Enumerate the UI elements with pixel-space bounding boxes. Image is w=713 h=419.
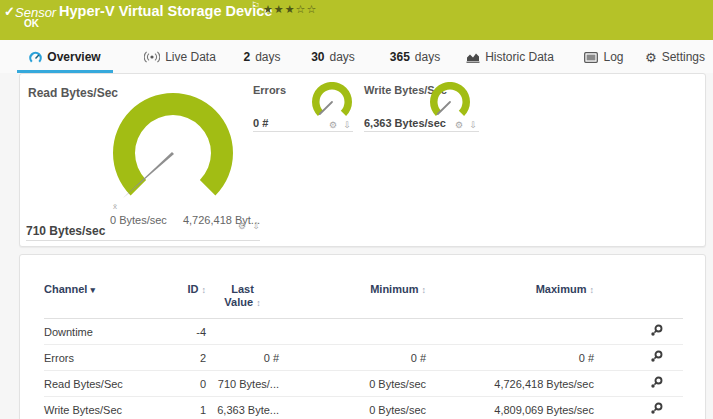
column-header-minimum[interactable]: Minimum ↕ bbox=[279, 279, 426, 319]
channel-name-cell: Errors bbox=[44, 345, 174, 371]
gauge-needle bbox=[320, 102, 332, 114]
column-label: ID bbox=[187, 283, 198, 295]
prtg-sensor-page: { "colors": { "header_green": "#b5c228",… bbox=[0, 0, 713, 419]
table-row-read-bytes: Read Bytes/Sec 0 710 Bytes/... 0 Bytes/s… bbox=[44, 371, 683, 397]
minimum-cell bbox=[279, 319, 426, 345]
channel-settings-wrench-icon[interactable] bbox=[650, 350, 663, 363]
channels-table: Channel ▾ ID ↕ Last Value ↕ Minimum ↕ bbox=[44, 279, 683, 419]
maximum-cell: 0 # bbox=[426, 345, 594, 371]
tab-30-days[interactable]: 30 days bbox=[298, 44, 368, 73]
column-label: Maximum bbox=[536, 283, 587, 295]
minimum-cell: 0 Bytes/sec bbox=[279, 397, 426, 419]
tab-label: days bbox=[255, 50, 280, 64]
maximum-cell: 4,809,069 Bytes/sec bbox=[426, 397, 594, 419]
gauge-icon bbox=[29, 51, 42, 64]
tab-label: Historic Data bbox=[485, 50, 554, 64]
mini-gauge-value-write: 6,363 Bytes/sec bbox=[364, 117, 446, 129]
gear-icon: ⚙ bbox=[645, 51, 657, 64]
gauge-needle bbox=[438, 102, 450, 114]
column-label: Value bbox=[224, 296, 253, 308]
last-value-cell bbox=[206, 319, 279, 345]
column-label: Minimum bbox=[370, 283, 418, 295]
channel-name-cell: Downtime bbox=[44, 319, 174, 345]
gauge-settings-pin-icons[interactable]: ⚙ ⇩ bbox=[230, 221, 262, 231]
sort-icon: ↕ bbox=[590, 285, 595, 295]
main-gauge-current-value: 710 Bytes/sec bbox=[26, 224, 105, 238]
channel-settings-wrench-icon[interactable] bbox=[650, 324, 663, 337]
divider bbox=[364, 131, 479, 132]
column-header-id[interactable]: ID ↕ bbox=[174, 279, 206, 319]
channel-settings-wrench-icon[interactable] bbox=[650, 376, 663, 389]
gauge-settings-pin-icons[interactable]: ⚙ ⇩ bbox=[447, 120, 479, 130]
status-check-icon: ✓ bbox=[4, 4, 15, 19]
column-header-channel[interactable]: Channel ▾ bbox=[44, 279, 174, 319]
minimum-cell: 0 Bytes/sec bbox=[279, 371, 426, 397]
tab-log[interactable]: Log bbox=[578, 44, 630, 73]
column-label: Last bbox=[231, 283, 254, 295]
tab-settings[interactable]: ⚙ Settings bbox=[640, 44, 710, 73]
channel-id-cell: 0 bbox=[174, 371, 206, 397]
tab-label: Overview bbox=[47, 50, 100, 64]
tab-historic-data[interactable]: Historic Data bbox=[458, 44, 562, 73]
table-row-downtime: Downtime -4 bbox=[44, 319, 683, 345]
tab-label: days bbox=[415, 50, 440, 64]
sort-icon: ↕ bbox=[202, 285, 207, 295]
tab-number: 30 bbox=[311, 50, 324, 64]
column-header-maximum[interactable]: Maximum ↕ bbox=[426, 279, 594, 319]
errors-gauge bbox=[309, 82, 357, 124]
last-value-cell: 0 # bbox=[206, 345, 279, 371]
tab-bar: Overview Live Data 2 days 30 days 365 da… bbox=[0, 40, 713, 73]
log-icon bbox=[584, 52, 598, 63]
tab-number: 365 bbox=[390, 50, 410, 64]
sort-descending-icon: ▾ bbox=[90, 285, 95, 295]
mini-gauge-title-errors: Errors bbox=[253, 84, 286, 96]
historic-chart-icon bbox=[466, 51, 480, 63]
priority-flag-icon[interactable]: ⚐ bbox=[251, 0, 260, 11]
tab-overview[interactable]: Overview bbox=[17, 44, 113, 73]
channel-name-cell: Write Bytes/Sec bbox=[44, 397, 174, 419]
tab-365-days[interactable]: 365 days bbox=[372, 44, 458, 73]
table-header-row: Channel ▾ ID ↕ Last Value ↕ Minimum ↕ bbox=[44, 279, 683, 319]
sensor-status-badge: OK bbox=[24, 18, 39, 29]
table-row-errors: Errors 2 0 # 0 # 0 # bbox=[44, 345, 683, 371]
gauge-settings-pin-icons[interactable]: ⚙ ⇩ bbox=[321, 120, 353, 130]
sort-icon: ↕ bbox=[422, 285, 427, 295]
divider bbox=[253, 131, 353, 132]
tab-live-data[interactable]: Live Data bbox=[135, 44, 225, 73]
mini-gauge-value-errors: 0 # bbox=[253, 117, 268, 129]
read-bytes-gauge: x̄ bbox=[100, 90, 250, 220]
divider bbox=[26, 240, 260, 241]
live-data-icon bbox=[144, 51, 160, 63]
sort-icon: ↕ bbox=[256, 298, 261, 308]
column-label: Channel bbox=[44, 283, 87, 295]
tab-label: Live Data bbox=[165, 50, 216, 64]
column-header-tools bbox=[594, 279, 683, 319]
gauge-average-marker: x̄ bbox=[113, 202, 117, 211]
tab-label: Settings bbox=[662, 50, 705, 64]
channel-id-cell: 2 bbox=[174, 345, 206, 371]
channel-name-cell: Read Bytes/Sec bbox=[44, 371, 174, 397]
sensor-title: Hyper-V Virtual Storage Device bbox=[59, 3, 272, 19]
channel-settings-wrench-icon[interactable] bbox=[650, 402, 663, 415]
maximum-cell bbox=[426, 319, 594, 345]
sensor-status-header: ✓ Sensor Hyper-V Virtual Storage Device … bbox=[0, 0, 713, 40]
priority-stars[interactable]: ★★★☆☆ bbox=[263, 3, 317, 16]
tab-2-days[interactable]: 2 days bbox=[230, 44, 294, 73]
channel-id-cell: -4 bbox=[174, 319, 206, 345]
tab-number: 2 bbox=[243, 50, 250, 64]
last-value-cell: 6,363 Byte... bbox=[206, 397, 279, 419]
last-value-cell: 710 Bytes/... bbox=[206, 371, 279, 397]
column-header-last-value[interactable]: Last Value ↕ bbox=[206, 279, 279, 319]
tab-label: Log bbox=[603, 50, 623, 64]
tab-label: days bbox=[330, 50, 355, 64]
channels-table-panel: Channel ▾ ID ↕ Last Value ↕ Minimum ↕ bbox=[19, 254, 706, 419]
channel-id-cell: 1 bbox=[174, 397, 206, 419]
table-row-write-bytes: Write Bytes/Sec 1 6,363 Byte... 0 Bytes/… bbox=[44, 397, 683, 419]
overview-gauges-panel: Read Bytes/Sec x̄ 0 Bytes/sec 4,726,418 … bbox=[19, 73, 706, 247]
maximum-cell: 4,726,418 Bytes/sec bbox=[426, 371, 594, 397]
minimum-cell: 0 # bbox=[279, 345, 426, 371]
